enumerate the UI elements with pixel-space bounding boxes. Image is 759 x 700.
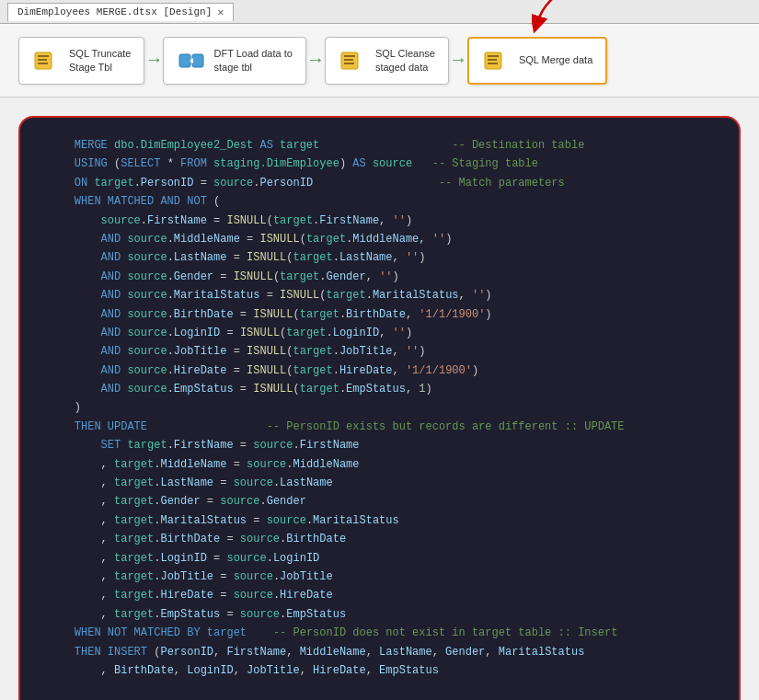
svg-rect-12: [488, 55, 499, 57]
svg-rect-14: [488, 63, 498, 64]
sql-icon-2: [339, 46, 368, 75]
svg-rect-2: [38, 59, 47, 61]
step2-label: DFT Load data tostage tbl: [213, 47, 292, 74]
pipeline-step-1[interactable]: SQL TruncateStage Tbl: [18, 37, 144, 85]
arrow-1: →: [148, 50, 159, 71]
sql-icon-1: [32, 46, 62, 75]
code-block: MERGE dbo.DimEmployee2_Dest AS target --…: [48, 136, 711, 700]
close-tab-button[interactable]: ✕: [217, 6, 224, 19]
step4-label: SQL Merge data: [519, 53, 592, 66]
pipeline-step-3[interactable]: SQL Cleansestaged data: [325, 37, 449, 85]
tab-design[interactable]: DimEmployees MERGE.dtsx [Design] ✕: [7, 3, 234, 21]
svg-rect-1: [38, 55, 49, 57]
svg-rect-8: [344, 55, 355, 57]
main-content: MERGE dbo.DimEmployee2_Dest AS target --…: [0, 98, 759, 700]
sql-icon-3: [482, 46, 512, 75]
svg-rect-5: [192, 54, 203, 67]
pipeline-step-2[interactable]: DFT Load data tostage tbl: [163, 37, 305, 85]
pipeline-bar: SQL TruncateStage Tbl → DFT Load data to…: [0, 24, 759, 98]
step1-label: SQL TruncateStage Tbl: [69, 47, 131, 74]
dft-icon: [177, 46, 206, 75]
svg-rect-10: [344, 63, 354, 64]
tab-label: DimEmployees MERGE.dtsx [Design]: [17, 6, 212, 17]
title-bar-left: DimEmployees MERGE.dtsx [Design] ✕: [7, 3, 234, 21]
svg-rect-13: [488, 59, 497, 61]
svg-rect-4: [179, 54, 190, 67]
pipeline-step-4[interactable]: SQL Merge data: [467, 37, 607, 85]
title-bar: DimEmployees MERGE.dtsx [Design] ✕: [0, 0, 759, 24]
step3-label: SQL Cleansestaged data: [375, 47, 435, 74]
svg-rect-3: [38, 63, 48, 64]
svg-rect-9: [344, 59, 353, 61]
main-window: DimEmployees MERGE.dtsx [Design] ✕ SQL T…: [0, 0, 759, 700]
arrow-2: →: [310, 50, 321, 71]
arrow-3: →: [453, 50, 464, 71]
code-container: MERGE dbo.DimEmployee2_Dest AS target --…: [18, 116, 741, 700]
